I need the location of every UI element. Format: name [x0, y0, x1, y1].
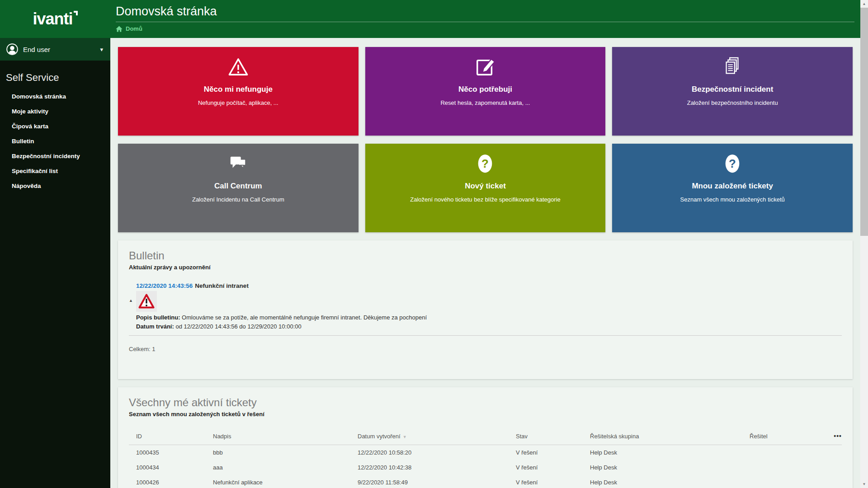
cell-skupina: Help Desk — [590, 449, 750, 456]
user-name: End user — [23, 46, 100, 53]
title-divider — [116, 22, 854, 22]
cell-skupina: Help Desk — [590, 479, 750, 486]
tile-subtitle: Nefunguje počítač, aplikace, ... — [198, 99, 278, 106]
home-icon — [116, 26, 123, 32]
tile-subtitle: Reset hesla, zapomenutá karta, ... — [440, 99, 530, 106]
collapse-up-icon[interactable]: ▲ — [129, 298, 133, 303]
bulletin-duration: Datum trvání: od 12/22/2020 14:43:56 do … — [136, 323, 842, 330]
cell-stav: V řešení — [516, 479, 590, 486]
tile-call-centrum[interactable]: Call Centrum Založení Incidentu na Call … — [118, 144, 359, 232]
sidebar-item-domovska-stranka[interactable]: Domovská stránka — [0, 89, 110, 104]
documents-icon — [722, 56, 743, 78]
tile-subtitle: Seznam všech mnou založených ticketů — [680, 196, 785, 203]
column-header-stav[interactable]: Stav — [516, 433, 590, 440]
svg-text:?: ? — [729, 157, 736, 170]
bulletin-panel: Bulletin Aktuální zprávy a upozornění 12… — [118, 240, 853, 379]
top-bar: ivanti Domovská stránka Domů — [0, 0, 868, 38]
column-header-id[interactable]: ID — [136, 433, 213, 440]
tile-novy-ticket[interactable]: ? Nový ticket Založení nového ticketu be… — [365, 144, 606, 232]
question-circle-icon: ? — [475, 153, 495, 174]
tile-neco-mi-nefunguje[interactable]: Něco mi nefunguje Nefunguje počítač, apl… — [118, 47, 359, 136]
bulletin-entry-header: 12/22/2020 14:43:56Nefunkční intranet — [136, 282, 842, 289]
svg-text:?: ? — [482, 157, 489, 170]
tile-title: Něco potřebuji — [458, 85, 512, 94]
sidebar-item-bulletin[interactable]: Bulletin — [0, 134, 110, 149]
bulletin-total: Celkem: 1 — [129, 346, 842, 352]
column-header-skupina[interactable]: Řešitelská skupina — [590, 433, 750, 440]
cell-id: 1000426 — [136, 479, 213, 486]
logo-bracket-icon — [74, 11, 78, 15]
user-caret-down-icon[interactable]: ▾ — [100, 46, 103, 53]
main-content: Něco mi nefunguje Nefunguje počítač, apl… — [110, 38, 860, 488]
cell-datum: 12/22/2020 10:58:20 — [358, 449, 516, 456]
page-header: Domovská stránka Domů — [110, 0, 868, 38]
tile-subtitle: Založení Incidentu na Call Centrum — [192, 196, 284, 203]
warning-triangle-red-icon — [138, 294, 155, 309]
bulletin-description-label: Popis bulletinu: — [136, 314, 180, 321]
bulletin-duration-label: Datum trvání: — [136, 323, 174, 330]
cell-nadpis: aaa — [213, 464, 358, 471]
bulletin-collapse-cell: ▲ — [129, 289, 136, 312]
sidebar-item-bezpecnostni-incidenty[interactable]: Bezpečnostní incidenty — [0, 149, 110, 164]
scrollbar-up-icon[interactable]: ▲ — [860, 0, 868, 8]
sidebar-item-specifikacni-list[interactable]: Specifikační list — [0, 164, 110, 178]
warning-triangle-icon — [228, 56, 249, 78]
bulletin-divider — [129, 335, 842, 336]
user-menu[interactable]: End user ▾ — [0, 38, 110, 61]
breadcrumb: Domů — [116, 25, 854, 32]
bulletin-subtitle: Aktuální zprávy a upozornění — [129, 264, 842, 271]
avatar-icon — [6, 43, 19, 56]
sidebar: End user ▾ Self Service Domovská stránka… — [0, 38, 110, 488]
tile-title: Bezpečnostní incident — [692, 85, 773, 94]
tickets-table-body: 1000435 bbb 12/22/2020 10:58:20 V řešení… — [129, 445, 842, 488]
bulletin-warning-image — [136, 291, 157, 312]
tile-grid: Něco mi nefunguje Nefunguje počítač, apl… — [118, 47, 853, 232]
cell-datum: 12/22/2020 10:42:38 — [358, 464, 516, 471]
page-title: Domovská stránka — [116, 5, 854, 19]
tickets-table-header: ID Nadpis Datum vytvoření▼ Stav Řešitels… — [129, 429, 842, 443]
column-header-nadpis[interactable]: Nadpis — [213, 433, 358, 440]
edit-square-icon — [475, 56, 495, 78]
question-circle-icon: ? — [722, 153, 743, 174]
bulletin-title: Bulletin — [129, 249, 842, 262]
table-row[interactable]: 1000426 Nefunkční aplikace 9/22/2020 11:… — [129, 475, 842, 488]
table-row[interactable]: 1000434 aaa 12/22/2020 10:42:38 V řešení… — [129, 460, 842, 475]
sort-desc-icon: ▼ — [403, 435, 407, 439]
bulletin-entry: 12/22/2020 14:43:56Nefunkční intranet ▲ … — [129, 282, 842, 330]
tickets-title: Všechny mé aktivní tickety — [129, 396, 842, 409]
table-row[interactable]: 1000435 bbb 12/22/2020 10:58:20 V řešení… — [129, 445, 842, 460]
vertical-scrollbar[interactable]: ▲ ▼ — [860, 0, 868, 488]
tickets-subtitle: Seznam všech mnou založených ticketů v ř… — [129, 411, 842, 418]
scrollbar-down-icon[interactable]: ▼ — [860, 480, 868, 488]
cell-datum: 9/22/2020 11:58:49 — [358, 479, 516, 486]
bulletin-entry-title: Nefunkční intranet — [195, 282, 249, 289]
tile-bezpecnostni-incident[interactable]: Bezpečnostní incident Založení bezpečnos… — [612, 47, 853, 136]
cell-skupina: Help Desk — [590, 464, 750, 471]
bulletin-description: Popis bulletinu: Omlouváme se za potíže,… — [136, 314, 842, 321]
tile-title: Call Centrum — [214, 182, 262, 191]
cell-nadpis: Nefunkční aplikace — [213, 479, 358, 486]
tile-subtitle: Založení nového ticketu bez blíže specif… — [410, 196, 560, 203]
cell-stav: V řešení — [516, 449, 590, 456]
tickets-table: ID Nadpis Datum vytvoření▼ Stav Řešitels… — [129, 429, 842, 488]
tile-title: Nový ticket — [465, 182, 506, 191]
tile-mnou-zalozene-tickety[interactable]: ? Mnou založené tickety Seznam všech mno… — [612, 144, 853, 232]
cell-id: 1000434 — [136, 464, 213, 471]
tile-neco-potrebuji[interactable]: Něco potřebuji Reset hesla, zapomenutá k… — [365, 47, 606, 136]
scrollbar-thumb[interactable] — [860, 8, 868, 236]
sidebar-item-cipova-karta[interactable]: Čipová karta — [0, 119, 110, 134]
breadcrumb-home-link[interactable]: Domů — [126, 25, 142, 32]
cell-stav: V řešení — [516, 464, 590, 471]
chat-bubbles-icon — [228, 153, 249, 174]
column-header-resitel[interactable]: Řešitel — [750, 433, 823, 440]
logo-area: ivanti — [0, 0, 110, 38]
bulletin-entry-timestamp-link[interactable]: 12/22/2020 14:43:56 — [136, 282, 193, 289]
sidebar-item-napoveda[interactable]: Nápověda — [0, 178, 110, 193]
tile-title: Něco mi nefunguje — [204, 85, 273, 94]
table-options-ellipsis-icon[interactable]: ••• — [823, 432, 842, 440]
ivanti-logo: ivanti — [33, 9, 77, 28]
column-header-datum[interactable]: Datum vytvoření▼ — [358, 433, 516, 440]
tile-subtitle: Založení bezpečnostního incidentu — [687, 99, 778, 106]
sidebar-section-title: Self Service — [6, 72, 110, 84]
sidebar-item-moje-aktivity[interactable]: Moje aktivity — [0, 104, 110, 119]
